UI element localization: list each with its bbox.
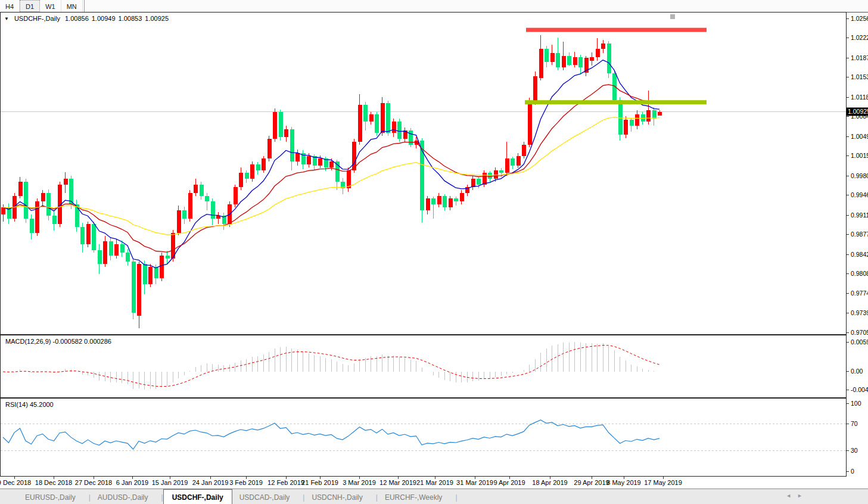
candle-body: [358, 105, 362, 142]
candle-body: [562, 56, 566, 67]
macd-frame: [1, 335, 847, 398]
chart-title: ▼USDCHF-,Daily 1.008561.009491.008531.00…: [4, 15, 169, 22]
mt4-chart-window: H4D1W1MN 1.025601.022201.018701.015301.0…: [0, 0, 868, 504]
candle-body: [567, 56, 571, 64]
candle-body: [437, 196, 441, 204]
date-axis-label: 15 Jan 2019: [152, 479, 188, 486]
support-line[interactable]: [525, 100, 707, 104]
price-axis-label: 0.98080: [851, 270, 868, 277]
candle-body: [556, 53, 560, 67]
ohlc-low: 1.00853: [119, 15, 142, 22]
candle-body: [46, 193, 51, 216]
tab-eurchf-weekly[interactable]: EURCHF-,Weekly: [378, 490, 458, 504]
candle-body: [369, 114, 374, 122]
candle-body: [120, 244, 125, 253]
date-axis-label: 24 Jan 2019: [192, 479, 229, 486]
candle-body: [166, 256, 170, 259]
price-axis-label: 1.02220: [851, 34, 868, 41]
rsi-value: 45.2000: [30, 401, 54, 408]
price-axis-label: 0.98420: [851, 251, 868, 258]
tab-usdcad-daily[interactable]: USDCAD-,Daily: [232, 490, 305, 504]
candle-body: [239, 173, 243, 187]
date-axis-label: 3 Feb 2019: [229, 479, 263, 486]
price-axis-label: 1.01530: [851, 73, 868, 80]
macd-label: MACD(12,26,9) -0.000582 0.000286: [5, 338, 111, 345]
candle-body: [256, 164, 260, 170]
rsi-label: RSI(14) 45.2000: [5, 401, 54, 408]
candle-body: [250, 164, 254, 179]
timeframe-button-w1[interactable]: W1: [40, 0, 61, 12]
candle-body: [386, 103, 390, 133]
price-axis-label: 0.97050: [851, 329, 868, 335]
candle-body: [522, 145, 526, 156]
candle-body: [397, 122, 402, 139]
date-axis-label: 12 Feb 2019: [267, 479, 304, 486]
timeframe-button-mn[interactable]: MN: [61, 0, 83, 12]
date-axis-label: 21 Feb 2019: [301, 479, 338, 486]
candle-body: [114, 244, 119, 256]
toolbar-divider: [84, 0, 85, 12]
candle-body: [318, 158, 322, 165]
price-axis-label: 1.02560: [851, 15, 868, 22]
candle-body: [188, 193, 192, 219]
timeframe-toolbar: H4D1W1MN: [0, 0, 868, 13]
candle-body: [454, 198, 458, 201]
rsi-frame: [1, 399, 847, 477]
candle-body: [69, 179, 73, 204]
tab-usdcnh-daily[interactable]: USDCNH-,Daily: [304, 490, 377, 504]
candle-body: [177, 210, 181, 233]
candle-body: [279, 112, 283, 137]
tab-eurusd-daily[interactable]: EURUSD-,Daily: [18, 490, 91, 504]
rsi-indicator-panel[interactable]: 10070300: [0, 398, 868, 477]
date-axis: 9 Dec 201818 Dec 201827 Dec 20186 Jan 20…: [0, 477, 868, 489]
candle-body: [517, 156, 521, 166]
macd-indicator-panel[interactable]: 0.005970.00-0.00424: [0, 335, 868, 398]
candle-body: [511, 158, 515, 165]
candle-body: [601, 43, 605, 49]
main-price-chart[interactable]: 1.025601.022201.018701.015301.011801.008…: [0, 12, 868, 335]
price-axis-label: 1.00490: [851, 133, 868, 140]
tab-usdchf-daily[interactable]: USDCHF-,Daily: [163, 489, 232, 504]
chart-shift-marker[interactable]: [670, 14, 675, 19]
candle-body: [471, 179, 475, 187]
candle-body: [426, 198, 430, 210]
date-axis-label: 9 Dec 2018: [0, 479, 31, 486]
date-axis-label: 3 Mar 2019: [343, 479, 376, 486]
price-axis-label: 0.99800: [851, 172, 868, 179]
tab-audusd-daily[interactable]: AUDUSD-,Daily: [91, 490, 163, 504]
candle-body: [646, 110, 651, 122]
candle-body: [148, 267, 153, 284]
rsi-axis-label: 0: [851, 468, 854, 475]
resistance-line[interactable]: [526, 28, 707, 32]
macd-name: MACD(12,26,9): [5, 338, 51, 345]
candle-body: [528, 102, 532, 145]
macd-axis-label: 0.00: [851, 368, 863, 375]
candle-body: [154, 267, 158, 278]
candle-body: [550, 53, 555, 61]
candle-body: [329, 161, 334, 167]
candle-body: [80, 227, 85, 244]
candle-body: [24, 182, 28, 219]
macd-value-main: -0.000582: [52, 338, 82, 345]
timeframe-button-h4[interactable]: H4: [0, 0, 20, 12]
candle-body: [98, 250, 102, 265]
candle-body: [109, 241, 113, 256]
tab-scroll-right-icon[interactable]: ►: [797, 493, 808, 499]
macd-axis-label: 0.00597: [851, 338, 868, 346]
candle-body: [234, 187, 238, 204]
candle-body: [290, 129, 294, 162]
candle-body: [477, 179, 481, 185]
chart-tab-bar: EURUSD-,DailyAUDUSD-,DailyUSDCHF-,DailyU…: [0, 489, 868, 504]
date-axis-label: 12 Mar 2019: [379, 479, 416, 486]
chart-tabs: EURUSD-,DailyAUDUSD-,DailyUSDCHF-,DailyU…: [18, 489, 458, 504]
candle-body: [578, 57, 583, 67]
date-axis-label: 6 Jan 2019: [116, 479, 148, 486]
candle-body: [273, 112, 277, 139]
rsi-axis-label: 70: [851, 420, 858, 427]
date-axis-label: 21 Mar 2019: [416, 479, 453, 486]
candle-body: [658, 112, 662, 116]
timeframe-button-d1[interactable]: D1: [20, 0, 40, 12]
current-price-badge-text: 1.00925: [848, 108, 868, 115]
symbol-dropdown-icon[interactable]: ▼: [4, 16, 9, 21]
tab-scroll-left-icon[interactable]: ◄: [786, 493, 797, 499]
